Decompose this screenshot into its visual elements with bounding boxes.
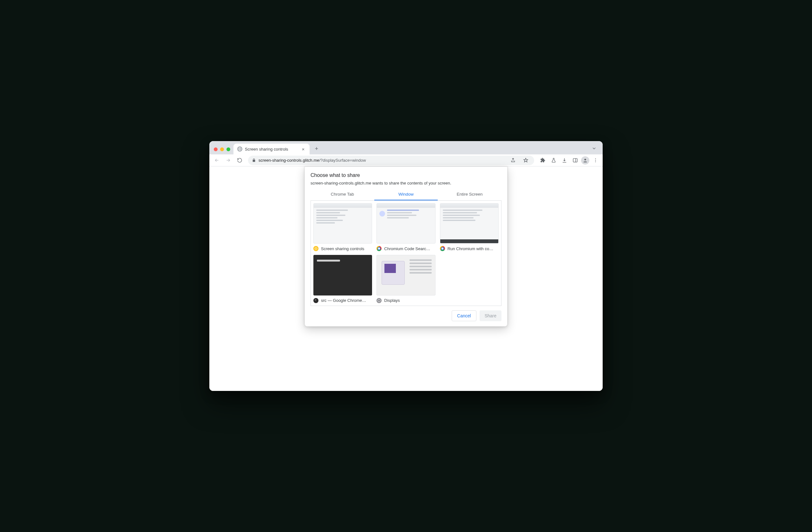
lock-icon — [252, 158, 256, 162]
share-source-card[interactable]: src — Google Chrome… — [314, 255, 372, 303]
new-tab-button[interactable]: + — [312, 144, 321, 153]
svg-point-4 — [595, 160, 596, 160]
url-text: screen-sharing-controls.glitch.me/?displ… — [259, 158, 366, 163]
dialog-subtitle: screen-sharing-controls.glitch.me wants … — [310, 181, 502, 186]
dialog-actions: Cancel Share — [305, 306, 507, 322]
svg-point-5 — [595, 161, 596, 162]
side-panel-button[interactable] — [570, 156, 580, 165]
menu-button[interactable] — [591, 156, 600, 165]
window-thumbnail — [314, 203, 372, 243]
window-thumbnail — [377, 203, 435, 243]
reload-button[interactable] — [235, 156, 244, 165]
toolbar: screen-sharing-controls.glitch.me/?displ… — [209, 154, 603, 166]
share-sources: Screen sharing controls Chromium Code Se… — [310, 201, 502, 306]
tab-strip: Screen sharing controls × + — [209, 141, 603, 154]
tab-title: Screen sharing controls — [245, 147, 298, 151]
window-thumbnail — [314, 255, 372, 295]
chrome-icon — [377, 246, 381, 251]
toolbar-right — [538, 156, 600, 165]
tab-window[interactable]: Window — [374, 189, 438, 201]
share-source-card[interactable]: Screen sharing controls — [314, 203, 372, 251]
tab-overflow-button[interactable] — [590, 144, 598, 152]
system-settings-icon — [377, 298, 381, 303]
dialog-title: Choose what to share — [310, 173, 502, 178]
browser-window: Screen sharing controls × + screen-shari… — [209, 141, 603, 391]
page-content: Choose what to share screen-sharing-cont… — [209, 166, 603, 391]
svg-rect-1 — [573, 159, 577, 162]
bookmark-button[interactable] — [521, 156, 530, 165]
back-button[interactable] — [212, 156, 221, 165]
forward-button[interactable] — [223, 156, 233, 165]
share-source-card[interactable]: Run Chromium with co… — [440, 203, 498, 251]
zoom-window-button[interactable] — [227, 147, 230, 151]
share-source-card[interactable]: Chromium Code Searc… — [377, 203, 435, 251]
terminal-icon — [314, 298, 318, 303]
svg-point-3 — [595, 158, 596, 159]
window-label: Displays — [384, 298, 435, 303]
extensions-button[interactable] — [538, 156, 548, 165]
svg-point-2 — [584, 159, 586, 160]
chrome-canary-icon — [314, 246, 318, 251]
close-window-button[interactable] — [214, 147, 218, 151]
share-page-button[interactable] — [508, 156, 518, 165]
chrome-icon — [440, 246, 445, 251]
window-controls — [212, 147, 233, 154]
cancel-button[interactable]: Cancel — [452, 310, 476, 321]
browser-tab[interactable]: Screen sharing controls × — [233, 144, 309, 154]
window-label: Screen sharing controls — [321, 246, 372, 251]
window-label: src — Google Chrome… — [321, 298, 372, 303]
window-label: Chromium Code Searc… — [384, 246, 435, 251]
window-label: Run Chromium with co… — [448, 246, 498, 251]
tab-chrome-tab[interactable]: Chrome Tab — [310, 189, 374, 201]
share-button[interactable]: Share — [480, 310, 502, 321]
share-source-card[interactable]: Displays — [377, 255, 435, 303]
labs-button[interactable] — [549, 156, 558, 165]
profile-button[interactable] — [581, 156, 589, 165]
globe-icon — [237, 147, 242, 151]
close-tab-button[interactable]: × — [301, 147, 306, 151]
tab-entire-screen[interactable]: Entire Screen — [438, 189, 502, 201]
share-tabs: Chrome Tab Window Entire Screen — [310, 189, 502, 201]
window-thumbnail — [377, 255, 435, 295]
share-dialog: Choose what to share screen-sharing-cont… — [304, 166, 508, 327]
window-thumbnail — [440, 203, 498, 243]
address-bar[interactable]: screen-sharing-controls.glitch.me/?displ… — [248, 156, 534, 165]
minimize-window-button[interactable] — [220, 147, 224, 151]
downloads-button[interactable] — [560, 156, 569, 165]
